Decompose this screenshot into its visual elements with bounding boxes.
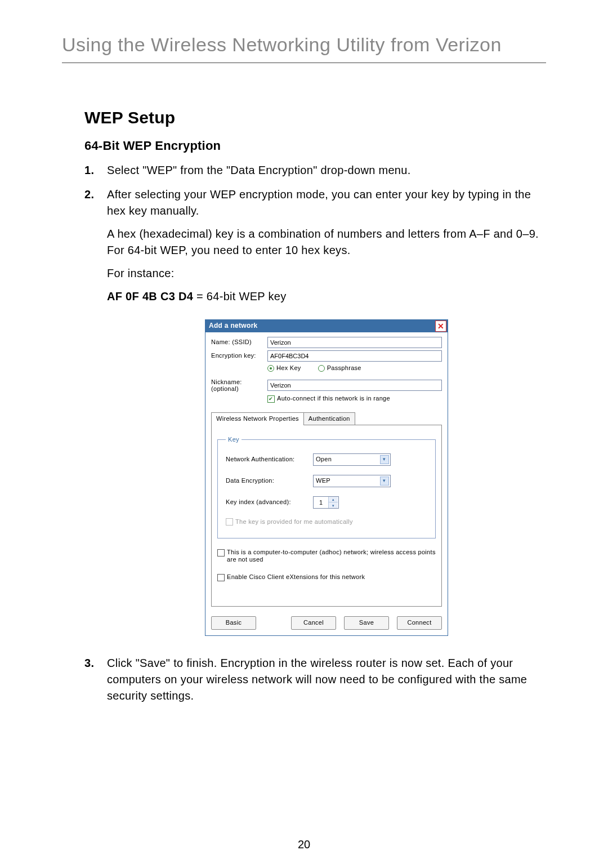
ssid-input[interactable] — [267, 337, 442, 348]
hex-key-radio[interactable]: Hex Key — [267, 364, 301, 373]
checkbox-unchecked-icon — [217, 574, 225, 581]
step-3-text: Click "Save" to finish. Encryption in th… — [107, 657, 527, 702]
hex-key-radio-label: Hex Key — [276, 364, 301, 373]
network-auth-value: Open — [316, 455, 332, 464]
step-2-p3: AF 0F 4B C3 D4 = 64-bit WEP key — [107, 288, 546, 305]
basic-button[interactable]: Basic — [211, 616, 256, 630]
autoconnect-label: Auto-connect if this network is in range — [277, 394, 390, 403]
page-number: 20 — [0, 838, 608, 851]
key-index-label: Key index (advanced): — [226, 498, 313, 507]
radio-on-icon — [267, 365, 274, 372]
passphrase-radio[interactable]: Passphrase — [318, 364, 361, 373]
step-1-text: Select "WEP" from the "Data Encryption" … — [107, 164, 411, 176]
key-index-stepper[interactable]: ▴ ▾ — [313, 496, 339, 509]
dialog-titlebar: Add a network ✕ — [205, 320, 448, 332]
nickname-input[interactable] — [267, 380, 442, 391]
network-auth-label: Network Authentication: — [226, 455, 313, 464]
step-1: Select "WEP" from the "Data Encryption" … — [84, 162, 546, 179]
cisco-checkbox[interactable]: Enable Cisco Client eXtensions for this … — [217, 573, 436, 581]
dialog-screenshot-wrap: Add a network ✕ Name: (SSID) Enc — [107, 319, 546, 636]
radio-off-icon — [318, 365, 325, 372]
wep-key-bold: AF 0F 4B C3 D4 — [107, 290, 193, 302]
checkbox-unchecked-icon — [226, 518, 233, 526]
data-encryption-label: Data Encryption: — [226, 477, 313, 486]
add-network-dialog: Add a network ✕ Name: (SSID) Enc — [205, 319, 448, 636]
nickname-label-line2: (optional) — [211, 385, 239, 392]
section-heading-wep-setup: WEP Setup — [84, 108, 546, 127]
data-encryption-select[interactable]: WEP ▾ — [313, 475, 391, 487]
adhoc-checkbox[interactable]: This is a computer-to-computer (adhoc) n… — [217, 549, 436, 563]
checkbox-checked-icon: ✔ — [267, 395, 275, 403]
encryption-key-label: Encryption key: — [211, 351, 267, 360]
wep-key-rest: = 64-bit WEP key — [193, 290, 286, 302]
dialog-tabs: Wireless Network Properties Authenticati… — [205, 412, 448, 425]
spinner-down-icon[interactable]: ▾ — [329, 502, 338, 508]
checkbox-unchecked-icon — [217, 549, 225, 557]
step-2: After selecting your WEP encryption mode… — [84, 186, 546, 636]
adhoc-label: This is a computer-to-computer (adhoc) n… — [227, 549, 436, 563]
cancel-button[interactable]: Cancel — [291, 616, 336, 630]
chevron-down-icon: ▾ — [380, 477, 389, 486]
connect-button[interactable]: Connect — [397, 616, 442, 630]
step-2-p1: A hex (hexadecimal) key is a combination… — [107, 226, 546, 259]
step-3: Click "Save" to finish. Encryption in th… — [84, 655, 546, 704]
dialog-title: Add a network — [209, 321, 258, 331]
key-fieldset-legend: Key — [226, 435, 242, 444]
cisco-label: Enable Cisco Client eXtensions for this … — [227, 573, 365, 581]
dialog-button-row: Basic Cancel Save Connect — [205, 612, 448, 635]
save-button[interactable]: Save — [344, 616, 389, 630]
tab-panel-properties: Key Network Authentication: Open ▾ — [211, 425, 442, 607]
auto-key-label: The key is provided for me automatically — [235, 518, 353, 527]
key-index-value[interactable] — [314, 497, 328, 508]
nickname-label-line1: Nickname: — [211, 379, 242, 385]
step-2-p2: For instance: — [107, 265, 546, 282]
spinner-up-icon[interactable]: ▴ — [329, 497, 338, 503]
chevron-down-icon: ▾ — [380, 455, 389, 464]
tab-authentication[interactable]: Authentication — [303, 412, 355, 425]
encryption-key-input[interactable] — [267, 350, 442, 362]
autoconnect-checkbox[interactable]: ✔ Auto-connect if this network is in ran… — [267, 394, 442, 403]
step-2-text: After selecting your WEP encryption mode… — [107, 188, 531, 217]
ssid-label: Name: (SSID) — [211, 338, 267, 347]
close-icon: ✕ — [437, 322, 444, 330]
dialog-upper-body: Name: (SSID) Encryption key: Hex Ke — [205, 332, 448, 410]
section-heading-64bit: 64-Bit WEP Encryption — [84, 139, 546, 153]
tab-wireless-properties[interactable]: Wireless Network Properties — [211, 412, 304, 425]
passphrase-radio-label: Passphrase — [327, 364, 361, 373]
chapter-title: Using the Wireless Networking Utility fr… — [62, 34, 546, 63]
key-fieldset: Key Network Authentication: Open ▾ — [217, 435, 436, 538]
nickname-label: Nickname: (optional) — [211, 379, 267, 392]
close-button[interactable]: ✕ — [435, 321, 446, 332]
network-auth-select[interactable]: Open ▾ — [313, 453, 391, 466]
data-encryption-value: WEP — [316, 477, 330, 486]
auto-key-checkbox: The key is provided for me automatically — [226, 518, 427, 527]
